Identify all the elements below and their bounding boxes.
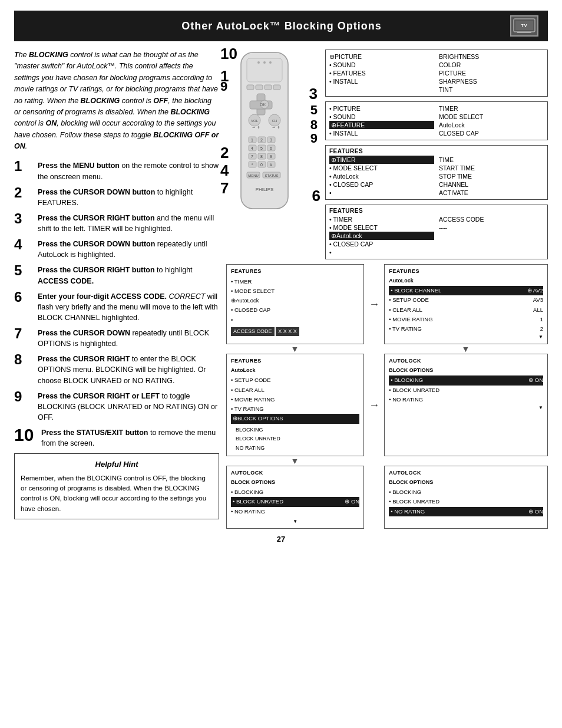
step-number-2: 2 [14,186,34,200]
menu2-right-4: CLOSED CAP [439,129,544,137]
badge-3: 3 [309,85,318,103]
menu3-right-4: CHANNEL [439,180,544,189]
step-3: 3 Press the CURSOR RIGHT button and the … [14,213,219,234]
svg-text:*: * [252,163,253,167]
badge-9: 9 [310,131,318,146]
menu4-item-5: • [329,248,434,256]
step-10: 10 Press the STATUS/EXIT button to remov… [14,427,219,449]
menu3-item-4: • CLOSED CAP [329,180,434,189]
screen9-box: AutoLock BLOCK OPTIONS • BLOCKING⊕ ON • … [384,354,548,456]
left-column: The BLOCKING control is what can be thou… [14,50,219,529]
svg-text:−: − [272,124,275,130]
step-text-7: Press the CURSOR DOWN repeatedly until B… [38,328,219,349]
svg-text:STATUS: STATUS [265,174,279,177]
menu2-right-2: MODE SELECT [439,113,544,121]
svg-text:7: 7 [251,154,253,159]
page-title: Other AutoLock™ Blocking Options [53,20,510,32]
menu4-item-4: • CLOSED CAP [329,240,434,248]
s8-i2: • CLEAR ALL [231,386,359,395]
s5-i2: • MODE SELECT [231,286,359,296]
menu-screen-3: FEATURES ⊕TIMER • MODE SELECT • AutoLock… [325,145,548,200]
screen8-title: FEATURES [231,357,359,365]
step-number-1: 1 [14,159,34,173]
menu1-right-3: PICTURE [439,69,544,77]
intro-text: The BLOCKING control is what can be thou… [14,50,219,152]
svg-text:3: 3 [270,138,272,142]
menu2-right-1: TIMER [439,104,544,113]
svg-text:8: 8 [260,154,263,159]
menu3-right-2: START TIME [439,164,544,172]
step-8: 8 Press the CURSOR RIGHT to enter the BL… [14,354,219,386]
s5-i3: ⊕AutoLock [231,296,359,305]
menu1-right-2: COLOR [439,61,544,69]
s8-i3: • MOVIE RATING [231,395,359,404]
s5-access-val: X X X X [276,327,299,337]
step-5: 5 Press the CURSOR RIGHT button to highl… [14,265,219,286]
top-menu-boxes: ⊕PICTURE • SOUND • FEATURES • INSTALL BR… [325,50,548,259]
menu-screen-2: • PICTURE • SOUND ⊕FEATURE • INSTALL TIM… [325,101,548,140]
menu-screen-1: ⊕PICTURE • SOUND • FEATURES • INSTALL BR… [325,50,548,97]
s9-i3: • NO RATING [389,395,543,404]
svg-rect-9 [247,85,254,90]
step-text-2: Press the CURSOR DOWN button to highligh… [38,187,219,208]
menu2-item-2: • SOUND [329,113,434,121]
helpful-hint-box: Helpful Hint Remember, when the BLOCKING… [14,453,219,519]
svg-point-6 [257,61,260,64]
menu3-item-3: • AutoLock [329,172,434,180]
svg-rect-12 [273,85,280,90]
s11-i2: • BLOCK UNRATED [389,497,543,506]
menu3-item-1: ⊕TIMER [329,156,434,164]
menu1-item-3: • FEATURES [329,69,434,77]
s9-i2: • BLOCK UNRATED [389,386,543,395]
screen5-box: FEATURES • TIMER • MODE SELECT ⊕AutoLock… [226,264,364,344]
badge-9b: 9 [220,79,227,94]
menu-screen-4: FEATURES • TIMER • MODE SELECT ⊕AutoLock… [325,205,548,259]
s8-i4: • TV RATING [231,404,359,414]
menu2-right-3: AutoLock [439,121,544,129]
step-text-6: Enter your four-digit ACCESS CODE. CORRE… [38,291,219,323]
s8-no-rating: NO RATING [236,444,359,453]
page-container: Other AutoLock™ Blocking Options TV The … [0,0,562,558]
svg-text:PHILIPS: PHILIPS [256,187,274,192]
s8-i1: • SETUP CODE [231,375,359,385]
hint-title: Helpful Hint [21,459,213,470]
svg-text:+: + [257,124,260,130]
s7-i5: • TV RATING2 [389,324,543,334]
screen11-title: AutoLock [389,469,543,477]
step-6: 6 Enter your four-digit ACCESS CODE. COR… [14,291,219,323]
screen8-box: FEATURES AutoLock • SETUP CODE • CLEAR A… [226,354,364,456]
arrows-row-2: ▼ [226,456,548,466]
diagram-row-1: FEATURES • TIMER • MODE SELECT ⊕AutoLock… [226,264,548,344]
screen9-title: AutoLock [389,357,543,365]
menu1-right-5: TINT [439,85,544,94]
badge-5: 5 [310,103,318,118]
menu1-item-1: ⊕PICTURE [329,52,434,61]
menu4-item-1: • TIMER [329,215,434,223]
step-number-6: 6 [14,290,34,304]
remote-svg: OK VOL CH − + − + 1 [226,50,303,215]
s8-i5: ⊕BLOCK OPTIONS [231,414,359,423]
menu3-right-5: ACTIVATE [439,189,544,197]
s10-i2: • BLOCK UNRATED⊕ ON [231,497,359,506]
menu4-item-3: ⊕AutoLock [329,232,434,240]
right-column: 10 1 3 5 8 9 9 2 4 7 6 [226,50,548,529]
step-2: 2 Press the CURSOR DOWN button to highli… [14,187,219,208]
menu2-item-3: ⊕FEATURE [329,121,434,129]
step-7: 7 Press the CURSOR DOWN repeatedly until… [14,328,219,349]
step-number-5: 5 [14,263,34,278]
step-1: 1 Press the MENU button on the remote co… [14,160,219,182]
screen7-sub: AutoLock [389,277,543,285]
page-number: 27 [14,535,548,543]
menu4-title: FEATURES [329,207,544,214]
s9-i1: • BLOCKING⊕ ON [389,375,543,385]
main-layout: The BLOCKING control is what can be thou… [14,50,548,529]
menu4-right-2: ---- [439,223,544,232]
screen11-sub: BLOCK OPTIONS [389,479,543,487]
menu2-item-1: • PICTURE [329,104,434,113]
menu1-right-1: BRIGHTNESS [439,52,544,61]
svg-text:1: 1 [251,138,253,142]
svg-text:OK: OK [260,103,266,107]
menu3-item-2: • MODE SELECT [329,164,434,172]
screen11-box: AutoLock BLOCK OPTIONS • BLOCKING • BLOC… [384,466,548,529]
menu3-right-1: TIME [439,156,544,164]
